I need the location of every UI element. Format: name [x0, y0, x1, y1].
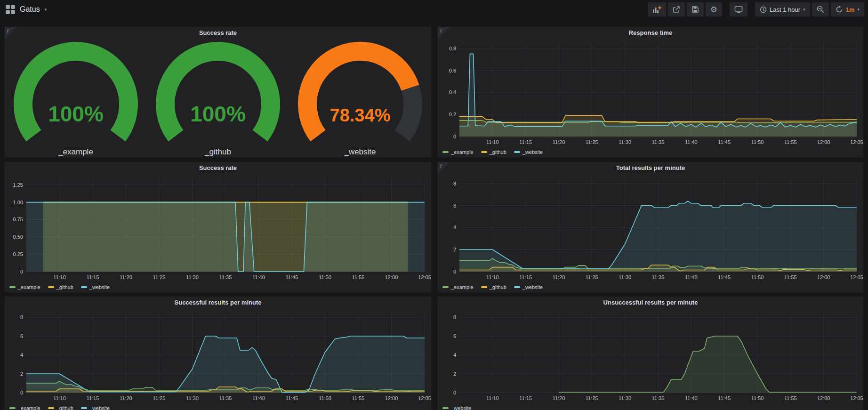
cycle-view-mode-button[interactable]	[730, 2, 747, 16]
svg-text:11:55: 11:55	[784, 274, 797, 280]
legend-color-dash	[481, 286, 487, 288]
svg-text:11:55: 11:55	[352, 395, 365, 401]
svg-text:0.4: 0.4	[449, 89, 456, 95]
svg-text:0.25: 0.25	[13, 251, 23, 257]
svg-text:0: 0	[20, 269, 23, 274]
legend-item-_website[interactable]: _website	[81, 405, 110, 410]
chart-legend: _example_github_website	[442, 148, 543, 156]
zoom-out-button[interactable]	[812, 2, 829, 16]
chart-canvas[interactable]: 11:1011:1511:2011:2511:3011:3511:4011:45…	[438, 309, 863, 404]
svg-text:11:35: 11:35	[652, 395, 665, 401]
legend-item-_github[interactable]: _github	[481, 284, 506, 290]
svg-text:11:55: 11:55	[352, 274, 365, 280]
legend-item-_example[interactable]: _example	[442, 284, 474, 290]
svg-text:11:25: 11:25	[586, 274, 598, 280]
legend-color-dash	[514, 286, 520, 288]
panel-info-corner[interactable]	[5, 27, 17, 39]
legend-color-dash	[81, 286, 87, 288]
legend-series-name: _website	[522, 284, 543, 290]
legend-series-name: _example	[451, 284, 474, 290]
svg-text:0.6: 0.6	[449, 68, 456, 73]
svg-text:11:20: 11:20	[553, 395, 565, 401]
svg-text:11:50: 11:50	[319, 395, 331, 401]
svg-text:12:05: 12:05	[850, 395, 863, 401]
legend-series-name: _website	[89, 284, 110, 290]
svg-text:8: 8	[453, 181, 456, 186]
chevron-down-icon[interactable]: ▾	[45, 7, 47, 12]
legend-item-_example[interactable]: _example	[442, 149, 474, 155]
svg-text:11:25: 11:25	[586, 395, 598, 401]
panel-info-corner[interactable]	[438, 27, 450, 39]
svg-text:11:35: 11:35	[219, 395, 232, 401]
legend-item-_github[interactable]: _github	[48, 405, 73, 410]
chart-canvas[interactable]: 11:1011:1511:2011:2511:3011:3511:4011:45…	[438, 39, 863, 148]
legend-item-_github[interactable]: _github	[48, 284, 73, 290]
dashboard-settings-button[interactable]: ⚙	[706, 2, 722, 16]
svg-text:11:30: 11:30	[186, 274, 199, 280]
panel-title[interactable]: Success rate	[5, 27, 431, 39]
chevron-down-icon: ▾	[803, 7, 805, 12]
panel-total-results: i Total results per minute 11:1011:1511:…	[437, 161, 864, 293]
svg-text:11:35: 11:35	[219, 274, 232, 280]
svg-text:0: 0	[20, 390, 23, 395]
chart-canvas[interactable]: 11:1011:1511:2011:2511:3011:3511:4011:45…	[438, 174, 863, 283]
svg-text:12:00: 12:00	[817, 274, 830, 280]
panel-title[interactable]: Unsuccessful results per minute	[438, 297, 863, 309]
dashboards-grid-icon[interactable]	[6, 5, 15, 14]
svg-text:0.8: 0.8	[449, 46, 456, 51]
gauge-example: 100% _example	[5, 39, 146, 157]
chart-canvas[interactable]: 11:1011:1511:2011:2511:3011:3511:4011:45…	[5, 309, 431, 404]
svg-text:2: 2	[453, 247, 456, 252]
legend-item-_website[interactable]: _website	[81, 284, 110, 290]
svg-text:11:10: 11:10	[53, 395, 66, 401]
chart-canvas[interactable]: 11:1011:1511:2011:2511:3011:3511:4011:45…	[5, 174, 431, 283]
svg-text:11:40: 11:40	[685, 139, 698, 145]
save-icon	[691, 6, 699, 13]
add-panel-button[interactable]	[648, 2, 666, 16]
chevron-down-icon: ▾	[857, 7, 860, 12]
panel-info-corner[interactable]	[438, 162, 450, 174]
chart-legend: _website	[442, 404, 471, 410]
svg-text:11:45: 11:45	[718, 274, 731, 280]
panel-title[interactable]: Successful results per minute	[5, 297, 431, 309]
tv-icon	[734, 6, 743, 13]
svg-text:1.00: 1.00	[13, 200, 23, 205]
svg-text:8: 8	[453, 314, 456, 320]
panel-title[interactable]: Success rate	[5, 162, 431, 174]
nav-right: ⚙ Last 1 hour ▾	[648, 2, 864, 16]
refresh-picker[interactable]: 1m ▾	[831, 2, 864, 16]
legend-item-_github[interactable]: _github	[481, 149, 506, 155]
legend-item-_example[interactable]: _example	[9, 284, 40, 290]
svg-text:78.34%: 78.34%	[330, 105, 391, 125]
svg-text:11:30: 11:30	[619, 274, 631, 280]
svg-text:11:20: 11:20	[553, 139, 565, 145]
svg-text:12:05: 12:05	[850, 139, 863, 145]
legend-item-_example[interactable]: _example	[9, 405, 40, 410]
svg-text:0: 0	[453, 390, 456, 395]
svg-text:4: 4	[453, 225, 456, 230]
svg-text:11:50: 11:50	[751, 274, 764, 280]
svg-text:0.75: 0.75	[13, 217, 23, 222]
svg-text:12:00: 12:00	[817, 395, 830, 401]
time-range-picker[interactable]: Last 1 hour ▾	[755, 2, 810, 16]
magnifier-minus-icon	[817, 6, 824, 13]
svg-text:11:45: 11:45	[718, 395, 731, 401]
svg-text:12:05: 12:05	[850, 274, 863, 280]
legend-item-_website[interactable]: _website	[442, 405, 471, 410]
legend-color-dash	[442, 286, 449, 288]
legend-item-_website[interactable]: _website	[514, 149, 543, 155]
panel-title[interactable]: Total results per minute	[438, 162, 863, 174]
svg-text:11:20: 11:20	[120, 274, 132, 280]
svg-text:11:25: 11:25	[153, 274, 166, 280]
svg-text:2: 2	[20, 371, 23, 377]
share-dashboard-button[interactable]	[668, 2, 685, 16]
legend-series-name: _website	[522, 149, 543, 155]
svg-text:11:40: 11:40	[685, 395, 698, 401]
dashboard-title[interactable]: Gatus	[20, 5, 40, 14]
save-dashboard-button[interactable]	[687, 2, 704, 16]
svg-text:12:05: 12:05	[418, 395, 431, 401]
svg-text:11:20: 11:20	[120, 395, 132, 401]
legend-item-_website[interactable]: _website	[514, 284, 543, 290]
svg-text:11:55: 11:55	[784, 139, 797, 145]
panel-title[interactable]: Response time	[438, 27, 863, 39]
